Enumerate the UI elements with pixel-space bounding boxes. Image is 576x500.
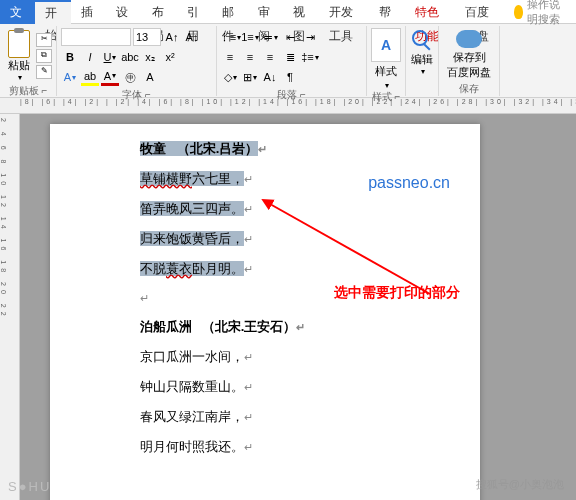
poem1-line2: 笛弄晚风三四声。↵	[140, 200, 420, 218]
underline-button[interactable]: U▾	[101, 48, 119, 66]
copy-button[interactable]: ⧉	[36, 49, 52, 63]
poem2-line2: 钟山只隔数重山。↵	[140, 378, 420, 396]
clipboard-label: 剪贴板 ⌐	[4, 84, 52, 98]
save-to-cloud-button[interactable]: 保存到 百度网盘	[443, 28, 495, 82]
align-right-button[interactable]: ≡	[261, 48, 279, 66]
group-paragraph: ⋮≡▾ 1≡▾ ≔▾ ⇤ ⇥ ≡ ≡ ≡ ≣ ‡≡▾ ◇▾ ⊞▾ A↓ ¶ 段落…	[217, 26, 367, 96]
tab-dev[interactable]: 开发工具	[319, 0, 370, 24]
save-label: 保存	[443, 82, 495, 96]
poem2-line4: 明月何时照我还。↵	[140, 438, 420, 456]
shading-button[interactable]: ◇▾	[221, 68, 239, 86]
char-border-button[interactable]: A	[141, 68, 159, 86]
group-save: 保存到 百度网盘 保存	[439, 26, 500, 96]
poem1-title: 牧童 （北宋.吕岩）↵	[140, 140, 420, 158]
logo-watermark: S●HU	[8, 479, 51, 494]
group-clipboard: 粘贴▾ ✂ ⧉ ✎ 剪贴板 ⌐	[0, 26, 57, 96]
poem2-title: 泊船瓜洲 （北宋.王安石）↵	[140, 318, 420, 336]
numbering-button[interactable]: 1≡▾	[241, 28, 259, 46]
tab-start[interactable]: 开始	[35, 0, 70, 24]
cut-button[interactable]: ✂	[36, 33, 52, 47]
tab-file[interactable]: 文件	[0, 0, 35, 24]
tell-me-search[interactable]: 操作说明搜索	[506, 0, 576, 27]
tab-mail[interactable]: 邮件	[212, 0, 247, 24]
grow-font-button[interactable]: A↑	[163, 28, 181, 46]
cloud-icon	[456, 30, 482, 48]
paste-icon	[8, 30, 30, 58]
text-effects-button[interactable]: A▾	[61, 68, 79, 86]
tab-review[interactable]: 审阅	[248, 0, 283, 24]
tab-insert[interactable]: 插入	[71, 0, 106, 24]
group-edit: 编辑▾	[406, 26, 439, 96]
multilevel-button[interactable]: ≔▾	[261, 28, 279, 46]
source-watermark: 搜狐号@小奥泡泡	[476, 477, 564, 492]
tell-me-label: 操作说明搜索	[527, 0, 568, 27]
horizontal-ruler[interactable]: |8| |6| |4| |2| | |2| |4| |6| |8| |10| |…	[0, 98, 576, 114]
paste-button[interactable]: 粘贴▾	[4, 28, 34, 84]
tab-help[interactable]: 帮助	[369, 0, 404, 24]
tab-design[interactable]: 设计	[106, 0, 141, 24]
format-painter-button[interactable]: ✎	[36, 65, 52, 79]
font-size-select[interactable]	[133, 28, 161, 46]
superscript-button[interactable]: x²	[161, 48, 179, 66]
align-left-button[interactable]: ≡	[221, 48, 239, 66]
poem2-line3: 春风又绿江南岸，↵	[140, 408, 420, 426]
page-scroll-area[interactable]: 牧童 （北宋.吕岩）↵ 草铺横野六七里，↵ 笛弄晚风三四声。↵ 归来饱饭黄昏后，…	[20, 114, 576, 500]
group-font: A↑ A↓ B I U▾ abc x₂ x² A▾ ab A▾ ㊥ A 字体 ⌐	[57, 26, 217, 96]
justify-button[interactable]: ≣	[281, 48, 299, 66]
bullets-button[interactable]: ⋮≡▾	[221, 28, 239, 46]
tab-ref[interactable]: 引用	[177, 0, 212, 24]
italic-button[interactable]: I	[81, 48, 99, 66]
borders-button[interactable]: ⊞▾	[241, 68, 259, 86]
poem2-line1: 京口瓜洲一水间，↵	[140, 348, 420, 366]
document-page[interactable]: 牧童 （北宋.吕岩）↵ 草铺横野六七里，↵ 笛弄晚风三四声。↵ 归来饱饭黄昏后，…	[50, 124, 480, 500]
subscript-button[interactable]: x₂	[141, 48, 159, 66]
font-color-button[interactable]: A▾	[101, 68, 119, 86]
tab-layout[interactable]: 布局	[142, 0, 177, 24]
vertical-ruler[interactable]: 2 4 6 8 10 12 14 16 18 20 22	[0, 114, 20, 500]
annotation-url: passneo.cn	[368, 174, 450, 192]
document-area: 2 4 6 8 10 12 14 16 18 20 22 牧童 （北宋.吕岩）↵…	[0, 114, 576, 500]
line-spacing-button[interactable]: ‡≡▾	[301, 48, 319, 66]
menu-tabs: 文件 开始 插入 设计 布局 引用 邮件 审阅 视图 开发工具 帮助 特色功能 …	[0, 0, 576, 24]
poem1-line4: 不脱蓑衣卧月明。↵	[140, 260, 420, 278]
annotation-text: 选中需要打印的部分	[334, 284, 460, 302]
ribbon: 粘贴▾ ✂ ⧉ ✎ 剪贴板 ⌐ A↑ A↓ B I U▾ abc x₂	[0, 24, 576, 98]
find-icon[interactable]	[410, 28, 434, 52]
font-family-select[interactable]	[61, 28, 131, 46]
phonetic-button[interactable]: ㊥	[121, 68, 139, 86]
align-center-button[interactable]: ≡	[241, 48, 259, 66]
increase-indent-button[interactable]: ⇥	[301, 28, 319, 46]
tab-special[interactable]: 特色功能	[405, 0, 456, 24]
highlight-button[interactable]: ab	[81, 68, 99, 86]
bold-button[interactable]: B	[61, 48, 79, 66]
tab-view[interactable]: 视图	[283, 0, 318, 24]
poem1-line3: 归来饱饭黄昏后，↵	[140, 230, 420, 248]
decrease-indent-button[interactable]: ⇤	[281, 28, 299, 46]
tab-netdisk[interactable]: 百度网盘	[455, 0, 506, 24]
show-marks-button[interactable]: ¶	[281, 68, 299, 86]
group-styles: A 样式▾ 样式 ⌐	[367, 26, 406, 96]
strike-button[interactable]: abc	[121, 48, 139, 66]
bulb-icon	[514, 5, 523, 19]
shrink-font-button[interactable]: A↓	[183, 28, 201, 46]
style-gallery[interactable]: A	[371, 28, 401, 62]
sort-button[interactable]: A↓	[261, 68, 279, 86]
